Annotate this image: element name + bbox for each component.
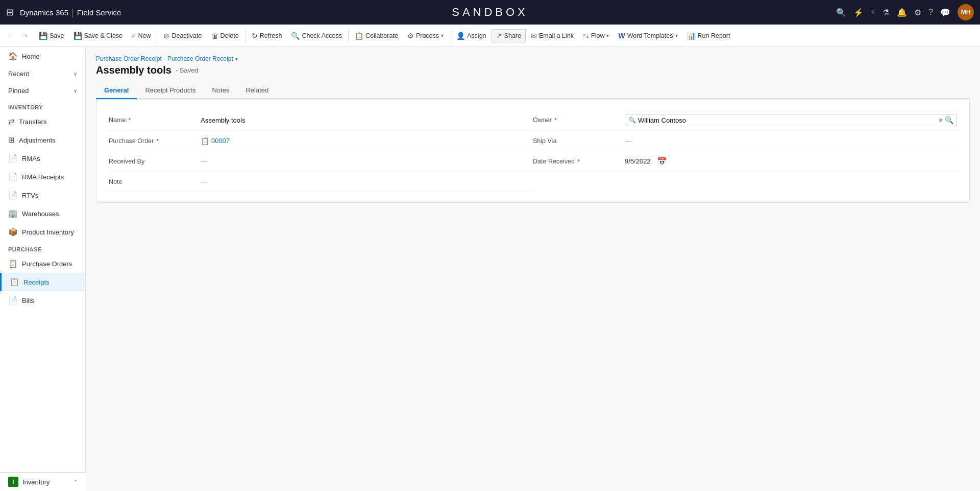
sidebar-item-transfers[interactable]: ⇄ Transfers xyxy=(0,112,85,131)
date-received-value: 9/5/2022 xyxy=(625,157,651,165)
sidebar-bottom-chevron-icon[interactable]: ⌃ xyxy=(74,479,78,485)
sidebar-item-label: Warehouses xyxy=(22,210,59,218)
sidebar-item-purchase-orders[interactable]: 📋 Purchase Orders xyxy=(0,254,85,273)
sidebar-item-bills[interactable]: 📄 Bills xyxy=(0,291,85,310)
tab-general[interactable]: General xyxy=(96,82,137,99)
bills-icon: 📄 xyxy=(8,296,18,305)
forward-button[interactable]: → xyxy=(18,30,32,42)
form-row-empty xyxy=(533,172,957,192)
form-row-received-by: Received By --- xyxy=(109,151,533,172)
form-row-ship-via: Ship Via --- xyxy=(533,131,957,151)
delete-icon: 🗑 xyxy=(211,32,218,40)
sidebar-group-pinned[interactable]: Pinned ∨ xyxy=(0,82,85,99)
chevron-down-icon: ∨ xyxy=(74,71,77,77)
tab-notes[interactable]: Notes xyxy=(204,82,237,99)
calendar-icon[interactable]: 📅 xyxy=(657,156,667,166)
plus-icon[interactable]: + xyxy=(871,8,875,17)
toolbar-separator-4 xyxy=(450,29,450,43)
form-row-note: Note --- xyxy=(109,172,533,192)
top-nav-icons: 🔍 ⚡ + ⚗ 🔔 ⚙ ? 💬 MH xyxy=(836,4,974,20)
deactivate-icon: ⊘ xyxy=(163,32,169,40)
avatar[interactable]: MH xyxy=(958,4,974,20)
form-grid: Name * Assembly tools Owner * 🔍 William … xyxy=(109,110,957,192)
new-button[interactable]: + New xyxy=(128,30,155,42)
breadcrumb: Purchase Order Receipt · Purchase Order … xyxy=(96,55,970,62)
tab-bar: General Receipt Products Notes Related xyxy=(96,82,970,99)
page-title-row: Assembly tools - Saved xyxy=(96,64,970,76)
purchase-order-value[interactable]: 📋 00007 xyxy=(201,137,533,145)
owner-clear-button[interactable]: × xyxy=(939,116,943,124)
sidebar-item-label: RTVs xyxy=(22,192,38,199)
rmas-icon: 📄 xyxy=(8,154,18,163)
run-report-button[interactable]: 📊 Run Report xyxy=(683,30,734,42)
breadcrumb-current[interactable]: Purchase Order Receipt xyxy=(167,55,233,62)
sidebar-item-product-inventory[interactable]: 📦 Product Inventory xyxy=(0,223,85,241)
ship-via-value: --- xyxy=(625,137,957,145)
save-close-button[interactable]: 💾 Save & Close xyxy=(69,30,127,42)
sidebar-item-home[interactable]: 🏠 Home xyxy=(0,47,85,65)
email-link-button[interactable]: ✉ Email a Link xyxy=(527,30,578,42)
share-button[interactable]: ↗ Share xyxy=(492,29,526,42)
module-name[interactable]: Field Service xyxy=(77,8,121,17)
save-button[interactable]: 💾 Save xyxy=(35,30,68,42)
process-dropdown-icon: ▾ xyxy=(441,33,444,38)
breadcrumb-separator: · xyxy=(164,55,165,62)
assign-button[interactable]: 👤 Assign xyxy=(452,30,491,42)
sidebar-item-rtvs[interactable]: 📄 RTVs xyxy=(0,186,85,204)
collaborate-button[interactable]: 📋 Collaborate xyxy=(351,30,402,42)
owner-name: William Contoso xyxy=(638,116,937,124)
refresh-button[interactable]: ↻ Refresh xyxy=(248,30,286,42)
sandbox-label: SANDBOX xyxy=(452,6,528,19)
sidebar-item-adjustments[interactable]: ⊞ Adjustments xyxy=(0,131,85,149)
product-inventory-icon: 📦 xyxy=(8,227,18,237)
breadcrumb-dropdown-icon[interactable]: ▾ xyxy=(235,56,238,62)
bell-icon[interactable]: 🔔 xyxy=(897,8,907,17)
name-label: Name * xyxy=(109,116,201,124)
sidebar: 🏠 Home Recent ∨ Pinned ∨ Inventory ⇄ Tra… xyxy=(0,47,86,491)
purchase-order-icon: 📋 xyxy=(201,137,209,145)
lightning-icon[interactable]: ⚡ xyxy=(853,8,864,17)
process-button[interactable]: ⚙ Process ▾ xyxy=(403,30,448,42)
help-icon[interactable]: ? xyxy=(928,8,933,17)
top-navigation: ⊞ Dynamics 365 | Field Service SANDBOX 🔍… xyxy=(0,0,980,25)
sidebar-item-label: Purchase Orders xyxy=(22,260,72,268)
tab-receipt-products[interactable]: Receipt Products xyxy=(137,82,204,99)
sidebar-item-warehouses[interactable]: 🏢 Warehouses xyxy=(0,204,85,223)
waffle-icon[interactable]: ⊞ xyxy=(6,7,14,18)
chat-icon[interactable]: 💬 xyxy=(940,8,950,17)
receipts-icon: 📋 xyxy=(10,277,19,287)
saved-badge: - Saved xyxy=(176,66,199,74)
save-close-icon: 💾 xyxy=(74,32,82,40)
delete-button[interactable]: 🗑 Delete xyxy=(207,30,243,42)
flow-button[interactable]: ⇆ Flow ▾ xyxy=(579,30,613,42)
purchase-order-label: Purchase Order * xyxy=(109,137,201,145)
nav-buttons: ← → xyxy=(4,30,32,42)
email-icon: ✉ xyxy=(531,32,537,40)
back-button[interactable]: ← xyxy=(4,30,17,42)
deactivate-button[interactable]: ⊘ Deactivate xyxy=(159,30,206,42)
sidebar-item-label: RMAs xyxy=(22,155,40,162)
breadcrumb-parent[interactable]: Purchase Order Receipt xyxy=(96,55,162,62)
sidebar-group-recent[interactable]: Recent ∨ xyxy=(0,65,85,82)
check-access-button[interactable]: 🔍 Check Access xyxy=(287,30,346,42)
word-templates-button[interactable]: W Word Templates ▾ xyxy=(614,30,681,42)
home-icon: 🏠 xyxy=(8,52,18,61)
name-required: * xyxy=(129,117,131,123)
sidebar-item-label: Product Inventory xyxy=(22,228,74,236)
sidebar-item-rmas[interactable]: 📄 RMAs xyxy=(0,149,85,168)
chevron-down-icon: ∨ xyxy=(74,88,77,93)
filter-icon[interactable]: ⚗ xyxy=(883,8,890,17)
sidebar-item-receipts[interactable]: 📋 Receipts xyxy=(0,273,85,291)
app-name[interactable]: Dynamics 365 xyxy=(20,8,68,17)
owner-lookup-icon[interactable]: 🔍 xyxy=(945,116,953,124)
sidebar-item-rma-receipts[interactable]: 📄 RMA Receipts xyxy=(0,168,85,186)
search-icon[interactable]: 🔍 xyxy=(836,8,846,17)
name-value: Assembly tools xyxy=(201,116,533,124)
tab-related[interactable]: Related xyxy=(237,82,277,99)
owner-field[interactable]: 🔍 William Contoso × 🔍 xyxy=(625,114,957,126)
warehouses-icon: 🏢 xyxy=(8,209,18,218)
transfers-icon: ⇄ xyxy=(8,117,15,126)
gear-icon[interactable]: ⚙ xyxy=(914,8,921,17)
owner-search-icon: 🔍 xyxy=(628,116,636,124)
sidebar-bottom: I Inventory ⌃ xyxy=(0,472,86,491)
